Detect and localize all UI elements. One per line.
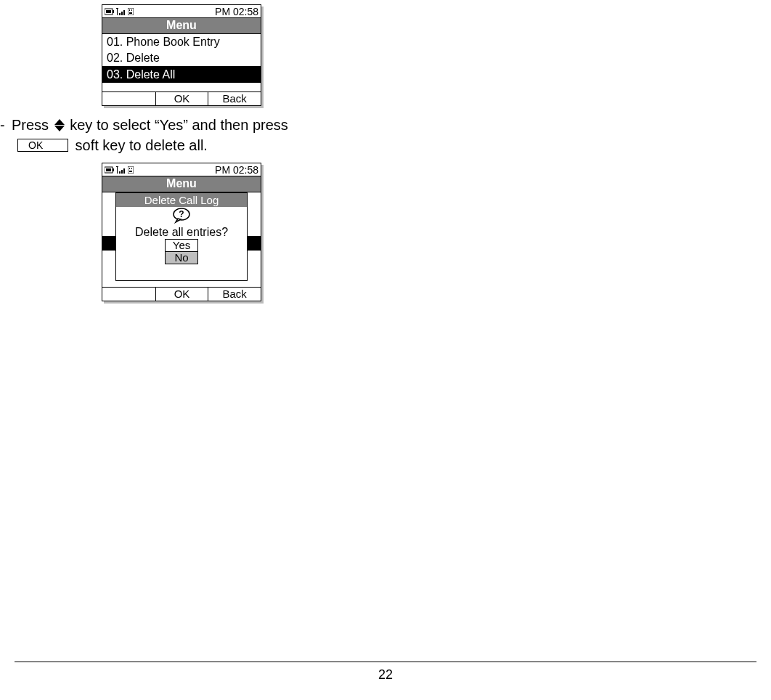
instruction-text-post-ok: soft key to delete all. <box>71 135 208 155</box>
svg-rect-11 <box>129 12 132 14</box>
svg-rect-23 <box>129 171 132 172</box>
dialog-option-no[interactable]: No <box>165 251 198 264</box>
status-bar: PM 02:58 <box>102 163 261 176</box>
svg-rect-7 <box>123 10 125 15</box>
softkey-right-back[interactable]: Back <box>208 288 261 301</box>
dialog-title: Delete Call Log <box>116 193 247 207</box>
svg-rect-1 <box>106 10 111 13</box>
dialog-message: Delete all entries? <box>116 226 247 239</box>
question-icon: ? <box>171 208 192 224</box>
confirm-dialog: Delete Call Log ? Delete all entries? Ye… <box>115 192 248 281</box>
svg-rect-19 <box>123 168 125 174</box>
svg-rect-10 <box>131 9 132 11</box>
svg-rect-20 <box>128 166 134 174</box>
status-bar: PM 02:58 <box>102 5 261 18</box>
svg-rect-6 <box>121 12 123 15</box>
dialog-option-yes[interactable]: Yes <box>165 239 198 251</box>
phone-screen-dialog: PM 02:58 Menu Delete Call Log ? Delete a… <box>102 163 261 301</box>
menu-item-delete-all[interactable]: 03. Delete All <box>102 66 261 83</box>
page-rule <box>15 662 756 662</box>
svg-rect-4 <box>116 8 118 9</box>
svg-rect-13 <box>106 168 111 171</box>
svg-rect-2 <box>113 10 114 13</box>
page-number: 22 <box>0 667 771 683</box>
status-icons <box>105 8 134 15</box>
svg-rect-8 <box>128 8 134 15</box>
memory-icon <box>128 8 134 15</box>
softkey-right-back[interactable]: Back <box>208 92 261 105</box>
softkey-center-ok[interactable]: OK <box>155 288 208 301</box>
softkey-bar: OK Back <box>102 287 261 301</box>
softkey-bar: OK Back <box>102 91 261 105</box>
screen-title: Menu <box>102 176 261 192</box>
svg-rect-14 <box>113 168 114 171</box>
phone-screen-menu: PM 02:58 Menu 01. Phone Book Entry 02. D… <box>102 4 261 106</box>
signal-icon <box>116 8 126 15</box>
menu-list: 01. Phone Book Entry 02. Delete 03. Dele… <box>102 34 261 91</box>
status-icons <box>105 166 134 174</box>
svg-rect-5 <box>119 13 121 15</box>
svg-rect-15 <box>117 166 118 174</box>
svg-rect-9 <box>129 9 130 11</box>
screen-title: Menu <box>102 18 261 34</box>
instruction-text-pre: Press <box>12 115 53 135</box>
battery-icon <box>105 8 115 15</box>
softkey-left[interactable] <box>102 288 155 301</box>
up-down-key-icon <box>54 119 65 131</box>
svg-text:?: ? <box>179 209 184 219</box>
status-time: PM 02:58 <box>215 6 258 17</box>
menu-item-phone-book-entry[interactable]: 01. Phone Book Entry <box>102 34 261 50</box>
menu-item-delete[interactable]: 02. Delete <box>102 50 261 66</box>
dialog-content: ? Delete all entries? Yes No <box>116 207 247 264</box>
svg-rect-21 <box>129 168 130 169</box>
svg-rect-3 <box>117 8 118 15</box>
bullet-dash: - <box>0 115 12 135</box>
svg-rect-18 <box>121 170 123 174</box>
svg-rect-22 <box>131 168 132 169</box>
dialog-body: Delete Call Log ? Delete all entries? Ye… <box>102 192 261 287</box>
instruction-line: - Press key to select “Yes” and then pre… <box>0 115 771 155</box>
softkey-center-ok[interactable]: OK <box>155 92 208 105</box>
battery-icon <box>105 166 115 174</box>
instruction-text-post-icon: key to select “Yes” and then press <box>66 115 288 135</box>
signal-icon <box>116 166 126 174</box>
memory-icon <box>128 166 134 174</box>
svg-rect-16 <box>116 166 118 167</box>
status-time: PM 02:58 <box>215 164 258 176</box>
menu-blank-area <box>102 83 261 91</box>
svg-rect-17 <box>119 171 121 174</box>
ok-softkey-inline: OK <box>17 139 68 152</box>
softkey-left[interactable] <box>102 92 155 105</box>
